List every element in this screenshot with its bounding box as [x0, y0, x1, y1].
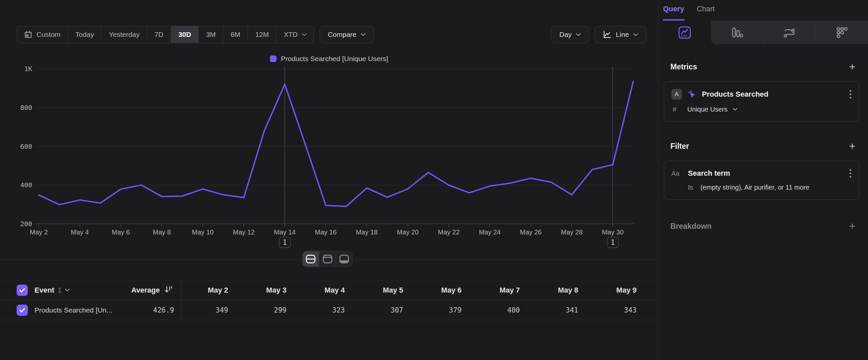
- tab-insights-chart[interactable]: [658, 21, 711, 44]
- table-only-toggle[interactable]: [336, 251, 352, 267]
- x-tick-label: May 24: [479, 228, 501, 236]
- event-column-header[interactable]: Event 1: [34, 286, 70, 295]
- add-filter-button[interactable]: +: [849, 141, 856, 151]
- granularity-label: Day: [559, 31, 571, 38]
- date-toolbar: CustomTodayYesterday7D30D3M6M12MXTD Comp…: [17, 26, 374, 43]
- breakdown-section-header: Breakdown +: [658, 221, 868, 231]
- metric-event-name: Products Searched: [702, 90, 844, 99]
- tab-chart[interactable]: Chart: [697, 5, 715, 21]
- aggregation-symbol: #: [673, 106, 682, 113]
- cell-value: 349: [175, 306, 228, 314]
- tab-flow-chart[interactable]: [763, 21, 816, 44]
- line-chart-canvas[interactable]: 1K80060040020011May 2May 4May 6May 8May …: [0, 43, 658, 262]
- date-column-header[interactable]: May 4: [292, 286, 345, 295]
- average-column-header[interactable]: Average: [99, 286, 160, 295]
- event-count: 1: [58, 286, 62, 295]
- x-tick-label: May 6: [112, 228, 130, 236]
- chevron-down-icon: [733, 108, 737, 111]
- string-property-icon: Aa: [672, 170, 683, 177]
- x-tick-label: May 4: [71, 228, 89, 236]
- line-chart-icon: [603, 30, 611, 39]
- date-column-header[interactable]: May 8: [525, 286, 578, 295]
- cell-value: 343: [584, 306, 637, 314]
- tab-query[interactable]: Query: [663, 5, 684, 21]
- range-12m[interactable]: 12M: [248, 26, 277, 43]
- x-tick-label: May 8: [153, 228, 171, 236]
- add-breakdown-button[interactable]: +: [849, 221, 856, 231]
- range-7d[interactable]: 7D: [147, 26, 171, 43]
- x-tick-label: May 14: [274, 228, 296, 236]
- metric-card[interactable]: A Products Searched # Unique Users: [664, 81, 859, 121]
- add-metric-button[interactable]: +: [849, 61, 856, 72]
- cell-value: 323: [292, 306, 345, 314]
- bar-chart-icon: [731, 27, 743, 38]
- range-3m[interactable]: 3M: [198, 26, 223, 43]
- date-range-group: CustomTodayYesterday7D30D3M6M12MXTD: [17, 26, 314, 43]
- x-tick-label: May 22: [438, 228, 460, 236]
- column-divider: [181, 280, 181, 320]
- insights-line-icon: [678, 26, 691, 39]
- event-checkbox[interactable]: [17, 285, 28, 296]
- kebab-menu-icon[interactable]: [849, 168, 852, 178]
- results-table: Event 1 Average May 2May 3May 4May 5May …: [0, 280, 658, 320]
- y-tick-label: 400: [20, 181, 32, 189]
- aggregation-selector[interactable]: Unique Users: [687, 106, 727, 113]
- event-pointer-icon: [687, 90, 696, 99]
- split-view-icon: [305, 254, 316, 264]
- range-30d[interactable]: 30D: [171, 26, 199, 43]
- date-column-header[interactable]: May 3: [234, 286, 286, 295]
- x-tick-label: May 28: [561, 228, 583, 236]
- chart-type-button[interactable]: Line: [594, 26, 647, 43]
- chevron-down-icon: [576, 33, 581, 36]
- range-6m[interactable]: 6M: [223, 26, 248, 43]
- row-average-value: 426.9: [118, 306, 174, 314]
- split-view-toggle[interactable]: [302, 251, 319, 267]
- table-row[interactable]: Products Searched [Un... 426.9 349299323…: [0, 300, 658, 320]
- kebab-menu-icon[interactable]: [849, 89, 852, 99]
- y-tick-label: 200: [20, 220, 32, 228]
- filter-operator[interactable]: Is: [688, 184, 693, 191]
- cell-value: 341: [525, 306, 578, 314]
- chart-only-icon: [322, 254, 333, 264]
- tab-bar-chart[interactable]: [711, 21, 763, 44]
- cell-value: 379: [408, 306, 462, 314]
- date-column-header[interactable]: May 7: [467, 286, 520, 295]
- report-main-area: CustomTodayYesterday7D30D3M6M12MXTD Comp…: [0, 0, 658, 360]
- y-tick-label: 1K: [24, 65, 32, 73]
- compare-button[interactable]: Compare: [320, 26, 374, 43]
- row-checkbox[interactable]: [17, 305, 28, 316]
- compare-label: Compare: [328, 31, 356, 38]
- filter-card[interactable]: Aa Search term Is (empty string), Air pu…: [664, 161, 859, 200]
- chevron-down-icon: [302, 33, 307, 36]
- chart-type-label: Line: [616, 31, 629, 38]
- view-toggle: [302, 251, 353, 267]
- filter-value[interactable]: (empty string), Air purifier, or 11 more: [701, 184, 810, 191]
- metrics-section-header: Metrics +: [658, 61, 868, 72]
- granularity-button[interactable]: Day: [551, 26, 589, 43]
- x-tick-label: May 2: [30, 228, 48, 236]
- date-column-header[interactable]: May 2: [175, 286, 228, 295]
- filter-property-name: Search term: [688, 169, 844, 178]
- metrics-title: Metrics: [671, 62, 697, 72]
- date-column-header[interactable]: May 9: [584, 286, 637, 295]
- range-xtd[interactable]: XTD: [277, 26, 314, 43]
- range-yesterday[interactable]: Yesterday: [101, 26, 147, 43]
- cell-value: 307: [350, 306, 403, 314]
- x-tick-label: May 12: [233, 228, 255, 236]
- chart-type-tab-strip: [658, 21, 868, 44]
- tab-retention-chart[interactable]: [816, 21, 868, 44]
- x-tick-label: May 18: [356, 228, 378, 236]
- breakdown-title: Breakdown: [671, 222, 712, 231]
- flow-icon: [783, 27, 796, 38]
- date-column-header[interactable]: May 6: [408, 286, 462, 295]
- chart-only-toggle[interactable]: [319, 251, 336, 267]
- sort-icon[interactable]: [164, 286, 173, 295]
- filter-title: Filter: [671, 142, 689, 151]
- panel-tabs: Query Chart: [658, 0, 868, 21]
- range-today[interactable]: Today: [68, 26, 101, 43]
- series-line[interactable]: [39, 81, 633, 206]
- cell-value: 400: [467, 306, 520, 314]
- range-custom[interactable]: Custom: [17, 26, 68, 43]
- date-column-header[interactable]: May 5: [350, 286, 403, 295]
- chevron-down-icon: [361, 33, 366, 36]
